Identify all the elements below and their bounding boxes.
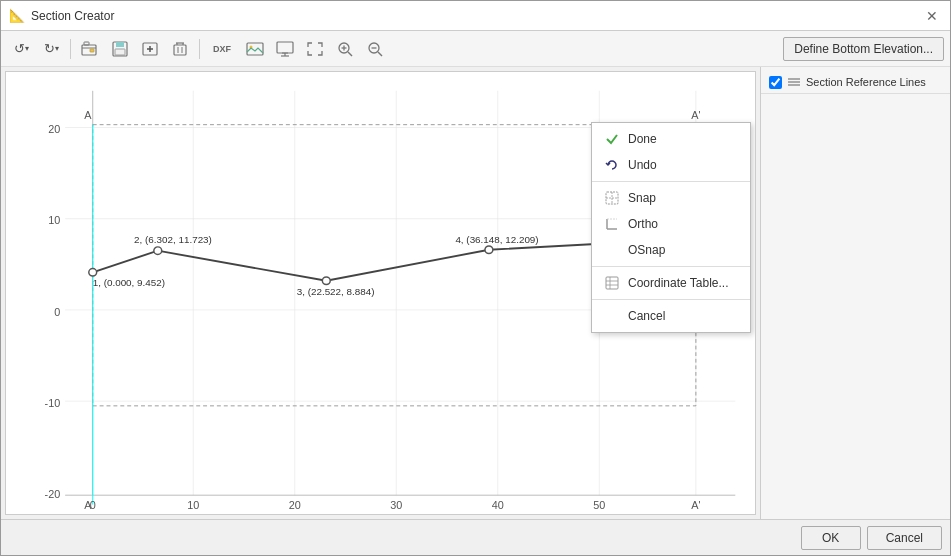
table-icon (604, 275, 620, 291)
delete-icon (171, 41, 189, 57)
svg-text:A': A' (691, 109, 700, 121)
insert-icon (141, 41, 159, 57)
menu-ortho[interactable]: Ortho (592, 211, 750, 237)
canvas-area[interactable]: A A' A A' 0 10 20 30 40 50 -20 -10 0 10 … (5, 71, 756, 515)
undo-icon: ↺ (14, 41, 25, 56)
ok-button[interactable]: OK (801, 526, 861, 550)
open-button[interactable] (76, 35, 104, 63)
ref-lines-checkbox[interactable] (769, 76, 782, 89)
dxf-button[interactable]: DXF (205, 35, 239, 63)
svg-line-26 (378, 52, 382, 56)
save-button[interactable] (106, 35, 134, 63)
svg-rect-1 (84, 42, 89, 45)
ref-lines-icon (786, 75, 802, 89)
svg-text:-20: -20 (45, 488, 61, 500)
svg-text:1, (0.000, 9.452): 1, (0.000, 9.452) (93, 278, 165, 289)
image-button[interactable] (241, 35, 269, 63)
ref-lines-label: Section Reference Lines (806, 76, 926, 88)
define-bottom-elevation-button[interactable]: Define Bottom Elevation... (783, 37, 944, 61)
menu-coordinate-table[interactable]: Coordinate Table... (592, 270, 750, 296)
menu-done[interactable]: Done (592, 126, 750, 152)
svg-rect-9 (174, 45, 186, 55)
zoom-out-icon (366, 41, 384, 57)
svg-rect-17 (277, 42, 293, 53)
separator-1 (70, 39, 71, 59)
zoom-out-button[interactable] (361, 35, 389, 63)
app-icon: 📐 (9, 8, 25, 23)
osnap-icon (604, 242, 620, 258)
svg-text:0: 0 (54, 306, 60, 318)
menu-cancel[interactable]: Cancel (592, 303, 750, 329)
svg-text:50: 50 (593, 500, 605, 512)
insert-button[interactable] (136, 35, 164, 63)
close-button[interactable]: ✕ (922, 6, 942, 26)
image-icon (246, 41, 264, 57)
svg-text:40: 40 (492, 500, 504, 512)
svg-text:20: 20 (289, 500, 301, 512)
svg-point-61 (485, 246, 493, 254)
undo-button[interactable]: ↺ ▾ (7, 35, 35, 63)
svg-text:10: 10 (48, 215, 60, 227)
svg-rect-2 (90, 49, 94, 52)
snap-icon (604, 190, 620, 206)
cancel-button[interactable]: Cancel (867, 526, 942, 550)
done-icon (604, 131, 620, 147)
title-bar: 📐 Section Creator ✕ (1, 1, 950, 31)
svg-text:4, (36.148, 12.209): 4, (36.148, 12.209) (455, 234, 538, 245)
main-area: A A' A A' 0 10 20 30 40 50 -20 -10 0 10 … (1, 67, 950, 519)
undo-dropdown-arrow: ▾ (25, 44, 29, 53)
menu-snap[interactable]: Snap (592, 185, 750, 211)
svg-text:A': A' (691, 500, 700, 512)
redo-icon: ↻ (44, 41, 55, 56)
open-icon (81, 41, 99, 57)
svg-rect-5 (115, 49, 125, 55)
monitor-button[interactable] (271, 35, 299, 63)
ortho-icon (604, 216, 620, 232)
svg-point-58 (89, 269, 97, 277)
fullscreen-icon (306, 41, 324, 57)
zoom-in-button[interactable] (331, 35, 359, 63)
undo-menu-icon (604, 157, 620, 173)
context-menu: Done Undo Snap (591, 122, 751, 333)
menu-osnap[interactable]: OSnap (592, 237, 750, 263)
svg-point-60 (322, 277, 330, 285)
cancel-menu-icon (604, 308, 620, 324)
monitor-icon (276, 41, 294, 57)
toolbar: ↺ ▾ ↻ ▾ DXF (1, 31, 950, 67)
svg-text:30: 30 (390, 500, 402, 512)
delete-button[interactable] (166, 35, 194, 63)
window-title: Section Creator (31, 9, 114, 23)
bottom-bar: OK Cancel (1, 519, 950, 555)
zoom-in-icon (336, 41, 354, 57)
right-panel: Section Reference Lines (760, 67, 950, 519)
svg-point-59 (154, 247, 162, 255)
redo-dropdown-arrow: ▾ (55, 44, 59, 53)
save-icon (111, 41, 129, 57)
svg-text:2, (6.302, 11.723): 2, (6.302, 11.723) (134, 234, 212, 245)
main-window: 📐 Section Creator ✕ ↺ ▾ ↻ ▾ DXF (0, 0, 951, 556)
fullscreen-button[interactable] (301, 35, 329, 63)
svg-text:20: 20 (48, 123, 60, 135)
svg-rect-74 (606, 277, 618, 289)
menu-sep-1 (592, 181, 750, 182)
svg-rect-4 (116, 42, 124, 47)
menu-sep-2 (592, 266, 750, 267)
svg-text:3, (22.522, 8.884): 3, (22.522, 8.884) (297, 286, 375, 297)
svg-text:-10: -10 (45, 397, 61, 409)
svg-text:0: 0 (90, 500, 96, 512)
svg-line-22 (348, 52, 352, 56)
separator-2 (199, 39, 200, 59)
svg-text:A: A (84, 109, 92, 121)
menu-sep-3 (592, 299, 750, 300)
menu-undo[interactable]: Undo (592, 152, 750, 178)
svg-text:10: 10 (187, 500, 199, 512)
ref-lines-row: Section Reference Lines (761, 71, 950, 94)
redo-button[interactable]: ↻ ▾ (37, 35, 65, 63)
